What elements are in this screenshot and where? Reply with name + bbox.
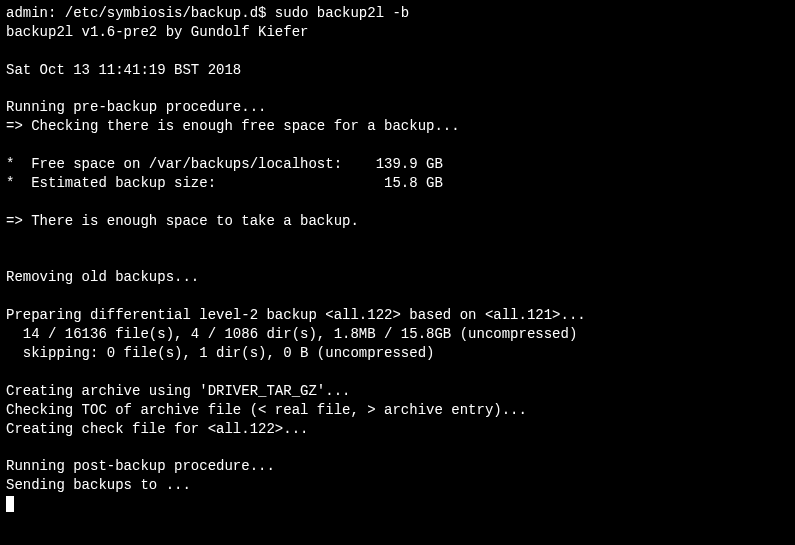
blank-line <box>6 80 789 99</box>
blank-line <box>6 42 789 61</box>
blank-line <box>6 438 789 457</box>
removing-line: Removing old backups... <box>6 268 789 287</box>
version-line: backup2l v1.6-pre2 by Gundolf Kiefer <box>6 23 789 42</box>
est-size-line: * Estimated backup size: 15.8 GB <box>6 174 789 193</box>
creating-check-line: Creating check file for <all.122>... <box>6 420 789 439</box>
stats2-line: skipping: 0 file(s), 1 dir(s), 0 B (unco… <box>6 344 789 363</box>
sending-line: Sending backups to ... <box>6 476 789 495</box>
blank-line <box>6 287 789 306</box>
checking-toc-line: Checking TOC of archive file (< real fil… <box>6 401 789 420</box>
creating-archive-line: Creating archive using 'DRIVER_TAR_GZ'..… <box>6 382 789 401</box>
free-space-line: * Free space on /var/backups/localhost: … <box>6 155 789 174</box>
blank-line <box>6 250 789 269</box>
cursor-icon <box>6 496 14 512</box>
enough-space-line: => There is enough space to take a backu… <box>6 212 789 231</box>
blank-line <box>6 231 789 250</box>
stats1-line: 14 / 16136 file(s), 4 / 1086 dir(s), 1.8… <box>6 325 789 344</box>
prompt-line[interactable]: admin: /etc/symbiosis/backup.d$ sudo bac… <box>6 4 789 23</box>
blank-line <box>6 193 789 212</box>
pre-proc-line: Running pre-backup procedure... <box>6 98 789 117</box>
check-space-line: => Checking there is enough free space f… <box>6 117 789 136</box>
blank-line <box>6 363 789 382</box>
cursor-line[interactable] <box>6 495 789 514</box>
post-proc-line: Running post-backup procedure... <box>6 457 789 476</box>
blank-line <box>6 136 789 155</box>
preparing-line: Preparing differential level-2 backup <a… <box>6 306 789 325</box>
timestamp-line: Sat Oct 13 11:41:19 BST 2018 <box>6 61 789 80</box>
